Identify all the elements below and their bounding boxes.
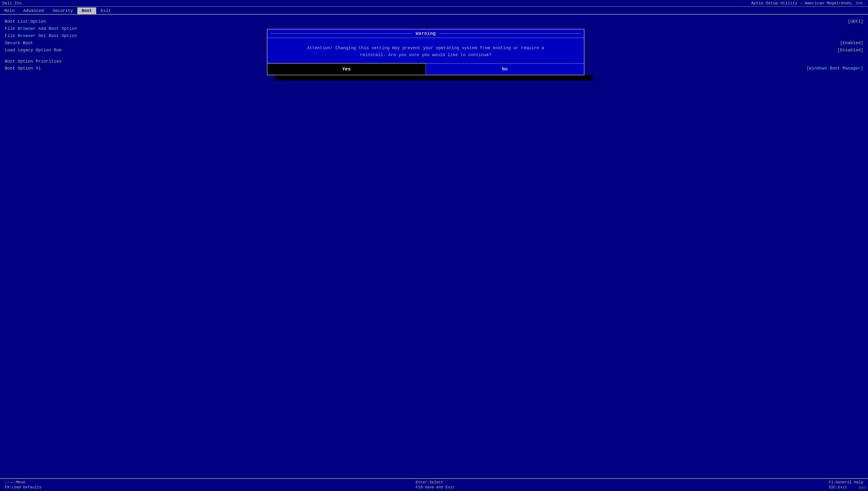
dialog-message-line1: Attention! Changing this setting may pre…	[277, 45, 574, 52]
dialog-yes-button[interactable]: Yes	[267, 63, 426, 75]
footer-load-defaults: F9:Load Defaults	[5, 485, 41, 490]
tab-advanced[interactable]: Advanced	[19, 7, 48, 14]
header: Dell Inc. Aptio Setup Utility – American…	[0, 0, 868, 7]
watermark: 系统豆	[859, 486, 867, 490]
footer-col1: ↑↓→←:Move F9:Load Defaults	[5, 480, 41, 490]
dialog-overlay: Warning Attention! Changing this setting…	[0, 15, 868, 478]
footer-general-help: F1:General Help	[829, 480, 863, 485]
tab-security[interactable]: Security	[48, 7, 77, 14]
footer-enter-select: Enter:Select	[416, 480, 454, 485]
vendor-label: Dell Inc.	[2, 1, 24, 5]
main-content: Boot List Option [UEFI] File Browser Add…	[0, 15, 868, 478]
tab-main[interactable]: Main	[0, 7, 19, 14]
footer: ↑↓→←:Move F9:Load Defaults Enter:Select …	[0, 478, 868, 491]
tab-boot[interactable]: Boot	[77, 7, 96, 14]
footer-save-exit: F10:Save and Exit	[416, 485, 454, 490]
black-bar	[275, 75, 593, 81]
nav-bar: Main Advanced Security Boot Exit	[0, 7, 868, 15]
footer-move: ↑↓→←:Move	[5, 480, 41, 485]
tab-exit[interactable]: Exit	[96, 7, 115, 14]
dialog-message-line2: reinstall. Are you sure you would like t…	[277, 52, 574, 59]
footer-col3: F1:General Help ESC:Exit	[829, 480, 863, 490]
footer-esc-exit: ESC:Exit	[829, 485, 863, 490]
warning-dialog: Warning Attention! Changing this setting…	[267, 29, 585, 75]
footer-col2: Enter:Select F10:Save and Exit	[416, 480, 454, 490]
dialog-title: Warning	[412, 31, 440, 36]
dialog-no-button[interactable]: No	[426, 63, 584, 75]
dialog-buttons: Yes No	[267, 63, 584, 75]
dialog-title-bar: Warning	[267, 29, 584, 38]
dialog-body: Attention! Changing this setting may pre…	[267, 38, 584, 63]
app-title: Aptio Setup Utility – American Megatrend…	[751, 1, 866, 5]
